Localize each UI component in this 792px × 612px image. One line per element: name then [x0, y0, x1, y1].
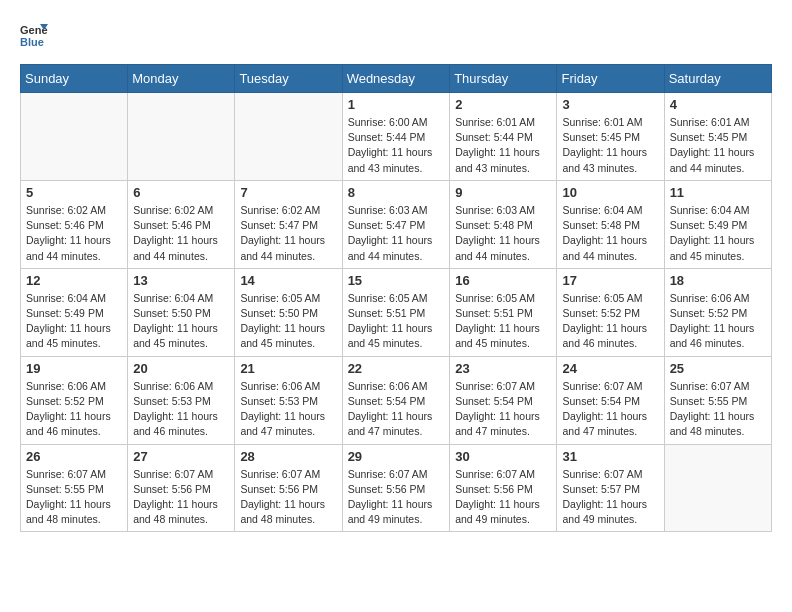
day-info: Sunrise: 6:04 AM Sunset: 5:49 PM Dayligh…: [670, 203, 766, 264]
day-info: Sunrise: 6:07 AM Sunset: 5:56 PM Dayligh…: [240, 467, 336, 528]
calendar-cell: 10Sunrise: 6:04 AM Sunset: 5:48 PM Dayli…: [557, 180, 664, 268]
day-info: Sunrise: 6:02 AM Sunset: 5:47 PM Dayligh…: [240, 203, 336, 264]
calendar-cell: 23Sunrise: 6:07 AM Sunset: 5:54 PM Dayli…: [450, 356, 557, 444]
day-info: Sunrise: 6:05 AM Sunset: 5:52 PM Dayligh…: [562, 291, 658, 352]
day-info: Sunrise: 6:04 AM Sunset: 5:49 PM Dayligh…: [26, 291, 122, 352]
day-info: Sunrise: 6:02 AM Sunset: 5:46 PM Dayligh…: [26, 203, 122, 264]
calendar-cell: 5Sunrise: 6:02 AM Sunset: 5:46 PM Daylig…: [21, 180, 128, 268]
day-number: 21: [240, 361, 336, 376]
day-number: 14: [240, 273, 336, 288]
calendar-cell: 20Sunrise: 6:06 AM Sunset: 5:53 PM Dayli…: [128, 356, 235, 444]
day-info: Sunrise: 6:07 AM Sunset: 5:55 PM Dayligh…: [670, 379, 766, 440]
calendar-cell: 24Sunrise: 6:07 AM Sunset: 5:54 PM Dayli…: [557, 356, 664, 444]
weekday-header: Sunday: [21, 65, 128, 93]
calendar-cell: 30Sunrise: 6:07 AM Sunset: 5:56 PM Dayli…: [450, 444, 557, 532]
calendar-cell: 3Sunrise: 6:01 AM Sunset: 5:45 PM Daylig…: [557, 93, 664, 181]
logo: General Blue: [20, 20, 52, 48]
day-number: 31: [562, 449, 658, 464]
day-info: Sunrise: 6:01 AM Sunset: 5:45 PM Dayligh…: [670, 115, 766, 176]
calendar-cell: 13Sunrise: 6:04 AM Sunset: 5:50 PM Dayli…: [128, 268, 235, 356]
day-number: 13: [133, 273, 229, 288]
day-info: Sunrise: 6:01 AM Sunset: 5:45 PM Dayligh…: [562, 115, 658, 176]
day-number: 19: [26, 361, 122, 376]
day-number: 7: [240, 185, 336, 200]
day-info: Sunrise: 6:07 AM Sunset: 5:56 PM Dayligh…: [133, 467, 229, 528]
calendar-cell: 27Sunrise: 6:07 AM Sunset: 5:56 PM Dayli…: [128, 444, 235, 532]
day-number: 12: [26, 273, 122, 288]
calendar-cell: 7Sunrise: 6:02 AM Sunset: 5:47 PM Daylig…: [235, 180, 342, 268]
day-info: Sunrise: 6:00 AM Sunset: 5:44 PM Dayligh…: [348, 115, 445, 176]
calendar-cell: 22Sunrise: 6:06 AM Sunset: 5:54 PM Dayli…: [342, 356, 450, 444]
calendar-cell: 8Sunrise: 6:03 AM Sunset: 5:47 PM Daylig…: [342, 180, 450, 268]
calendar-cell: 9Sunrise: 6:03 AM Sunset: 5:48 PM Daylig…: [450, 180, 557, 268]
weekday-header-row: SundayMondayTuesdayWednesdayThursdayFrid…: [21, 65, 772, 93]
day-info: Sunrise: 6:07 AM Sunset: 5:54 PM Dayligh…: [562, 379, 658, 440]
day-number: 26: [26, 449, 122, 464]
day-info: Sunrise: 6:03 AM Sunset: 5:47 PM Dayligh…: [348, 203, 445, 264]
calendar-week-row: 1Sunrise: 6:00 AM Sunset: 5:44 PM Daylig…: [21, 93, 772, 181]
calendar: SundayMondayTuesdayWednesdayThursdayFrid…: [20, 64, 772, 532]
day-info: Sunrise: 6:06 AM Sunset: 5:52 PM Dayligh…: [670, 291, 766, 352]
day-info: Sunrise: 6:07 AM Sunset: 5:54 PM Dayligh…: [455, 379, 551, 440]
calendar-cell: 18Sunrise: 6:06 AM Sunset: 5:52 PM Dayli…: [664, 268, 771, 356]
calendar-cell: 14Sunrise: 6:05 AM Sunset: 5:50 PM Dayli…: [235, 268, 342, 356]
day-number: 11: [670, 185, 766, 200]
day-info: Sunrise: 6:01 AM Sunset: 5:44 PM Dayligh…: [455, 115, 551, 176]
day-info: Sunrise: 6:05 AM Sunset: 5:51 PM Dayligh…: [348, 291, 445, 352]
day-number: 8: [348, 185, 445, 200]
calendar-cell: 28Sunrise: 6:07 AM Sunset: 5:56 PM Dayli…: [235, 444, 342, 532]
day-info: Sunrise: 6:02 AM Sunset: 5:46 PM Dayligh…: [133, 203, 229, 264]
day-number: 29: [348, 449, 445, 464]
day-info: Sunrise: 6:07 AM Sunset: 5:56 PM Dayligh…: [455, 467, 551, 528]
calendar-week-row: 26Sunrise: 6:07 AM Sunset: 5:55 PM Dayli…: [21, 444, 772, 532]
calendar-cell: 4Sunrise: 6:01 AM Sunset: 5:45 PM Daylig…: [664, 93, 771, 181]
day-number: 5: [26, 185, 122, 200]
day-number: 3: [562, 97, 658, 112]
day-info: Sunrise: 6:04 AM Sunset: 5:48 PM Dayligh…: [562, 203, 658, 264]
day-info: Sunrise: 6:05 AM Sunset: 5:50 PM Dayligh…: [240, 291, 336, 352]
day-info: Sunrise: 6:06 AM Sunset: 5:52 PM Dayligh…: [26, 379, 122, 440]
day-info: Sunrise: 6:05 AM Sunset: 5:51 PM Dayligh…: [455, 291, 551, 352]
day-number: 28: [240, 449, 336, 464]
calendar-cell: [21, 93, 128, 181]
calendar-cell: 6Sunrise: 6:02 AM Sunset: 5:46 PM Daylig…: [128, 180, 235, 268]
weekday-header: Wednesday: [342, 65, 450, 93]
day-number: 18: [670, 273, 766, 288]
day-number: 2: [455, 97, 551, 112]
calendar-cell: 19Sunrise: 6:06 AM Sunset: 5:52 PM Dayli…: [21, 356, 128, 444]
calendar-cell: 11Sunrise: 6:04 AM Sunset: 5:49 PM Dayli…: [664, 180, 771, 268]
page-header: General Blue: [20, 20, 772, 48]
calendar-cell: [664, 444, 771, 532]
day-info: Sunrise: 6:06 AM Sunset: 5:54 PM Dayligh…: [348, 379, 445, 440]
day-info: Sunrise: 6:07 AM Sunset: 5:56 PM Dayligh…: [348, 467, 445, 528]
day-number: 23: [455, 361, 551, 376]
weekday-header: Friday: [557, 65, 664, 93]
calendar-cell: 29Sunrise: 6:07 AM Sunset: 5:56 PM Dayli…: [342, 444, 450, 532]
svg-text:Blue: Blue: [20, 36, 44, 48]
day-info: Sunrise: 6:04 AM Sunset: 5:50 PM Dayligh…: [133, 291, 229, 352]
calendar-cell: 17Sunrise: 6:05 AM Sunset: 5:52 PM Dayli…: [557, 268, 664, 356]
day-info: Sunrise: 6:06 AM Sunset: 5:53 PM Dayligh…: [240, 379, 336, 440]
day-number: 24: [562, 361, 658, 376]
day-number: 22: [348, 361, 445, 376]
calendar-cell: 31Sunrise: 6:07 AM Sunset: 5:57 PM Dayli…: [557, 444, 664, 532]
day-info: Sunrise: 6:07 AM Sunset: 5:55 PM Dayligh…: [26, 467, 122, 528]
calendar-cell: 15Sunrise: 6:05 AM Sunset: 5:51 PM Dayli…: [342, 268, 450, 356]
day-number: 1: [348, 97, 445, 112]
calendar-cell: [128, 93, 235, 181]
day-number: 16: [455, 273, 551, 288]
weekday-header: Monday: [128, 65, 235, 93]
weekday-header: Tuesday: [235, 65, 342, 93]
day-number: 6: [133, 185, 229, 200]
calendar-week-row: 5Sunrise: 6:02 AM Sunset: 5:46 PM Daylig…: [21, 180, 772, 268]
calendar-cell: 21Sunrise: 6:06 AM Sunset: 5:53 PM Dayli…: [235, 356, 342, 444]
day-number: 27: [133, 449, 229, 464]
calendar-week-row: 19Sunrise: 6:06 AM Sunset: 5:52 PM Dayli…: [21, 356, 772, 444]
calendar-cell: 12Sunrise: 6:04 AM Sunset: 5:49 PM Dayli…: [21, 268, 128, 356]
day-number: 10: [562, 185, 658, 200]
day-number: 30: [455, 449, 551, 464]
day-number: 4: [670, 97, 766, 112]
day-info: Sunrise: 6:07 AM Sunset: 5:57 PM Dayligh…: [562, 467, 658, 528]
calendar-cell: 26Sunrise: 6:07 AM Sunset: 5:55 PM Dayli…: [21, 444, 128, 532]
day-info: Sunrise: 6:03 AM Sunset: 5:48 PM Dayligh…: [455, 203, 551, 264]
